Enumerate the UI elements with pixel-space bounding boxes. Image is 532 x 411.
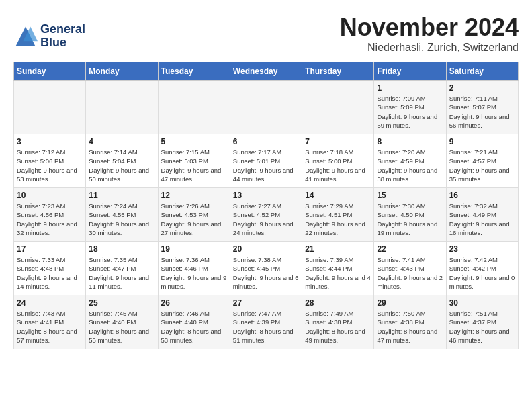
- week-row-1: 1Sunrise: 7:09 AM Sunset: 5:09 PM Daylig…: [14, 81, 519, 134]
- day-info: Sunrise: 7:43 AM Sunset: 4:41 PM Dayligh…: [17, 309, 83, 345]
- day-info: Sunrise: 7:21 AM Sunset: 4:57 PM Dayligh…: [449, 148, 515, 183]
- day-cell: 16Sunrise: 7:32 AM Sunset: 4:49 PM Dayli…: [446, 188, 518, 242]
- day-cell: 19Sunrise: 7:36 AM Sunset: 4:46 PM Dayli…: [158, 242, 230, 295]
- day-cell: 11Sunrise: 7:24 AM Sunset: 4:55 PM Dayli…: [86, 188, 158, 242]
- day-info: Sunrise: 7:42 AM Sunset: 4:42 PM Dayligh…: [449, 255, 515, 291]
- day-number: 18: [89, 244, 154, 254]
- header-cell-monday: Monday: [86, 62, 158, 81]
- header-cell-tuesday: Tuesday: [158, 62, 230, 81]
- day-cell: 21Sunrise: 7:39 AM Sunset: 4:44 PM Dayli…: [302, 242, 374, 295]
- day-info: Sunrise: 7:32 AM Sunset: 4:49 PM Dayligh…: [449, 201, 515, 237]
- day-cell: 5Sunrise: 7:15 AM Sunset: 5:03 PM Daylig…: [158, 134, 230, 188]
- day-number: 9: [449, 137, 515, 146]
- day-number: 6: [233, 137, 299, 146]
- day-cell: 24Sunrise: 7:43 AM Sunset: 4:41 PM Dayli…: [14, 295, 86, 349]
- day-cell: 20Sunrise: 7:38 AM Sunset: 4:45 PM Dayli…: [230, 242, 302, 295]
- month-title: November 2024: [340, 13, 519, 42]
- day-number: 2: [449, 83, 515, 93]
- day-cell: [14, 81, 86, 134]
- day-info: Sunrise: 7:26 AM Sunset: 4:53 PM Dayligh…: [161, 201, 227, 237]
- day-cell: 6Sunrise: 7:17 AM Sunset: 5:01 PM Daylig…: [230, 134, 302, 188]
- day-cell: 3Sunrise: 7:12 AM Sunset: 5:06 PM Daylig…: [14, 134, 86, 188]
- logo-text: General Blue: [40, 23, 85, 50]
- day-number: 14: [305, 191, 371, 200]
- day-info: Sunrise: 7:41 AM Sunset: 4:43 PM Dayligh…: [377, 255, 443, 291]
- day-number: 5: [161, 137, 227, 146]
- day-number: 11: [89, 191, 154, 200]
- day-number: 23: [449, 244, 515, 254]
- day-info: Sunrise: 7:35 AM Sunset: 4:47 PM Dayligh…: [89, 255, 154, 291]
- day-cell: 15Sunrise: 7:30 AM Sunset: 4:50 PM Dayli…: [374, 188, 446, 242]
- day-info: Sunrise: 7:29 AM Sunset: 4:51 PM Dayligh…: [305, 201, 371, 237]
- day-number: 12: [161, 191, 227, 200]
- day-info: Sunrise: 7:38 AM Sunset: 4:45 PM Dayligh…: [233, 255, 299, 291]
- day-cell: 13Sunrise: 7:27 AM Sunset: 4:52 PM Dayli…: [230, 188, 302, 242]
- calendar-body: 1Sunrise: 7:09 AM Sunset: 5:09 PM Daylig…: [14, 81, 519, 349]
- day-number: 1: [377, 83, 443, 93]
- day-cell: 25Sunrise: 7:45 AM Sunset: 4:40 PM Dayli…: [86, 295, 158, 349]
- day-number: 15: [377, 191, 443, 200]
- day-number: 20: [233, 244, 299, 254]
- day-info: Sunrise: 7:30 AM Sunset: 4:50 PM Dayligh…: [377, 201, 443, 237]
- day-info: Sunrise: 7:33 AM Sunset: 4:48 PM Dayligh…: [17, 255, 83, 291]
- day-number: 16: [449, 191, 515, 200]
- week-row-5: 24Sunrise: 7:43 AM Sunset: 4:41 PM Dayli…: [14, 295, 519, 349]
- day-number: 21: [305, 244, 371, 254]
- calendar-header: SundayMondayTuesdayWednesdayThursdayFrid…: [14, 62, 519, 81]
- day-info: Sunrise: 7:47 AM Sunset: 4:39 PM Dayligh…: [233, 309, 299, 345]
- day-cell: 23Sunrise: 7:42 AM Sunset: 4:42 PM Dayli…: [446, 242, 518, 295]
- day-cell: 4Sunrise: 7:14 AM Sunset: 5:04 PM Daylig…: [86, 134, 158, 188]
- day-cell: 30Sunrise: 7:51 AM Sunset: 4:37 PM Dayli…: [446, 295, 518, 349]
- day-info: Sunrise: 7:20 AM Sunset: 4:59 PM Dayligh…: [377, 148, 443, 183]
- day-number: 7: [305, 137, 371, 146]
- day-info: Sunrise: 7:50 AM Sunset: 4:38 PM Dayligh…: [377, 309, 443, 345]
- day-info: Sunrise: 7:11 AM Sunset: 5:07 PM Dayligh…: [449, 94, 515, 130]
- day-number: 30: [449, 298, 515, 308]
- day-number: 17: [17, 244, 83, 254]
- day-number: 3: [17, 137, 83, 146]
- day-info: Sunrise: 7:09 AM Sunset: 5:09 PM Dayligh…: [377, 94, 443, 130]
- day-info: Sunrise: 7:17 AM Sunset: 5:01 PM Dayligh…: [233, 148, 299, 183]
- day-info: Sunrise: 7:45 AM Sunset: 4:40 PM Dayligh…: [89, 309, 154, 345]
- day-number: 27: [233, 298, 299, 308]
- calendar-table: SundayMondayTuesdayWednesdayThursdayFrid…: [13, 62, 519, 349]
- header-cell-sunday: Sunday: [14, 62, 86, 81]
- day-cell: 29Sunrise: 7:50 AM Sunset: 4:38 PM Dayli…: [374, 295, 446, 349]
- day-number: 25: [89, 298, 154, 308]
- week-row-3: 10Sunrise: 7:23 AM Sunset: 4:56 PM Dayli…: [14, 188, 519, 242]
- day-cell: 2Sunrise: 7:11 AM Sunset: 5:07 PM Daylig…: [446, 81, 518, 134]
- day-number: 22: [377, 244, 443, 254]
- day-info: Sunrise: 7:46 AM Sunset: 4:40 PM Dayligh…: [161, 309, 227, 345]
- day-info: Sunrise: 7:36 AM Sunset: 4:46 PM Dayligh…: [161, 255, 227, 291]
- day-cell: 1Sunrise: 7:09 AM Sunset: 5:09 PM Daylig…: [374, 81, 446, 134]
- day-number: 26: [161, 298, 227, 308]
- header-row: SundayMondayTuesdayWednesdayThursdayFrid…: [14, 62, 519, 81]
- day-cell: 10Sunrise: 7:23 AM Sunset: 4:56 PM Dayli…: [14, 188, 86, 242]
- day-info: Sunrise: 7:24 AM Sunset: 4:55 PM Dayligh…: [89, 201, 154, 237]
- day-cell: 28Sunrise: 7:49 AM Sunset: 4:38 PM Dayli…: [302, 295, 374, 349]
- day-cell: [302, 81, 374, 134]
- day-info: Sunrise: 7:39 AM Sunset: 4:44 PM Dayligh…: [305, 255, 371, 291]
- day-number: 10: [17, 191, 83, 200]
- week-row-2: 3Sunrise: 7:12 AM Sunset: 5:06 PM Daylig…: [14, 134, 519, 188]
- logo: General Blue: [13, 23, 85, 50]
- top-bar: General Blue November 2024 Niederhasli, …: [13, 13, 519, 56]
- day-cell: 14Sunrise: 7:29 AM Sunset: 4:51 PM Dayli…: [302, 188, 374, 242]
- day-cell: [158, 81, 230, 134]
- header-cell-friday: Friday: [374, 62, 446, 81]
- day-info: Sunrise: 7:49 AM Sunset: 4:38 PM Dayligh…: [305, 309, 371, 345]
- day-cell: 18Sunrise: 7:35 AM Sunset: 4:47 PM Dayli…: [86, 242, 158, 295]
- day-cell: [86, 81, 158, 134]
- day-cell: 17Sunrise: 7:33 AM Sunset: 4:48 PM Dayli…: [14, 242, 86, 295]
- title-area: November 2024 Niederhasli, Zurich, Switz…: [340, 13, 519, 54]
- day-info: Sunrise: 7:18 AM Sunset: 5:00 PM Dayligh…: [305, 148, 371, 183]
- day-cell: 27Sunrise: 7:47 AM Sunset: 4:39 PM Dayli…: [230, 295, 302, 349]
- week-row-4: 17Sunrise: 7:33 AM Sunset: 4:48 PM Dayli…: [14, 242, 519, 295]
- header-cell-thursday: Thursday: [302, 62, 374, 81]
- day-info: Sunrise: 7:14 AM Sunset: 5:04 PM Dayligh…: [89, 148, 154, 183]
- day-info: Sunrise: 7:51 AM Sunset: 4:37 PM Dayligh…: [449, 309, 515, 345]
- day-number: 28: [305, 298, 371, 308]
- day-number: 19: [161, 244, 227, 254]
- day-info: Sunrise: 7:27 AM Sunset: 4:52 PM Dayligh…: [233, 201, 299, 237]
- day-info: Sunrise: 7:23 AM Sunset: 4:56 PM Dayligh…: [17, 201, 83, 237]
